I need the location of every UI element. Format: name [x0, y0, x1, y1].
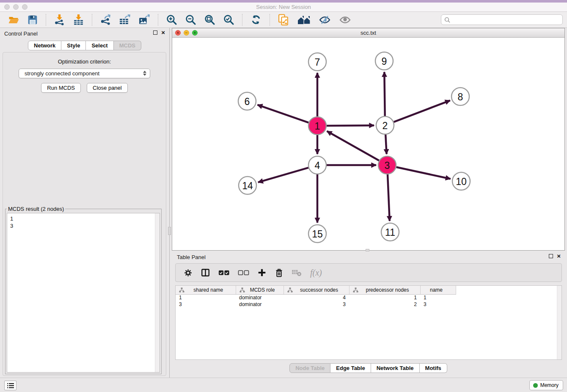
- control-panel-float-button[interactable]: [153, 30, 157, 35]
- split-panel-button[interactable]: [201, 268, 210, 277]
- control-panel-close-button[interactable]: ×: [161, 30, 165, 35]
- clone-network-button[interactable]: [276, 13, 291, 27]
- graph-edge-4-14[interactable]: [258, 168, 308, 182]
- column-header-mcds-role[interactable]: MCDS role: [236, 286, 284, 294]
- table-row[interactable]: 3 dominator 3 2 3: [176, 301, 456, 308]
- toolbar-separator: [92, 14, 92, 26]
- node-table-area: shared name MCDS role successor nodes pr…: [175, 285, 562, 360]
- graph-edge-3-10[interactable]: [396, 167, 451, 179]
- graph-edge-1-2[interactable]: [327, 125, 374, 126]
- tab-mcds[interactable]: MCDS: [114, 41, 141, 50]
- main-toolbar: [0, 12, 567, 28]
- mcds-result-scrollbar[interactable]: [155, 213, 160, 372]
- graph-node-label-7: 7: [315, 57, 320, 68]
- graph-edge-2-3[interactable]: [385, 135, 386, 154]
- delete-table-button[interactable]: [292, 269, 302, 276]
- tab-node-table[interactable]: Node Table: [289, 363, 330, 373]
- search-input[interactable]: [452, 17, 559, 23]
- network-minimize-button[interactable]: −: [184, 30, 189, 36]
- content-area: Control Panel × Network Style Select MCD…: [0, 28, 567, 378]
- cell-predecessor-nodes[interactable]: 2: [349, 301, 420, 308]
- zoom-fit-icon: [204, 14, 215, 25]
- function-builder-button[interactable]: f(x): [310, 268, 322, 278]
- network-window-titlebar[interactable]: × − + scc.txt: [172, 28, 564, 38]
- cell-name[interactable]: 1: [420, 294, 456, 301]
- cell-predecessor-nodes[interactable]: 1: [349, 294, 420, 301]
- tab-network-table[interactable]: Network Table: [371, 363, 420, 373]
- table-settings-button[interactable]: [184, 268, 193, 277]
- cell-name[interactable]: 3: [420, 301, 456, 308]
- list-icon: [7, 383, 14, 389]
- table-panel-float-button[interactable]: [549, 254, 553, 258]
- graph-node-label-11: 11: [385, 227, 395, 238]
- show-details-button[interactable]: [337, 14, 353, 26]
- optimization-criterion-select[interactable]: strongly connected component: [19, 69, 150, 78]
- zoom-fit-button[interactable]: [202, 13, 217, 26]
- search-icon: [444, 17, 450, 23]
- unchecked-checkboxes-icon: [238, 270, 249, 276]
- column-header-name[interactable]: name: [420, 286, 456, 294]
- tab-style[interactable]: Style: [61, 41, 86, 50]
- graph-edge-1-6[interactable]: [258, 105, 309, 123]
- vertical-splitter-handle[interactable]: [168, 227, 171, 235]
- mcds-result-fieldset: MCDS result (2 nodes) 1 3: [5, 206, 162, 374]
- memory-button[interactable]: Memory: [529, 380, 563, 390]
- open-file-button[interactable]: [6, 14, 21, 26]
- network-graph: 7968124314101511: [172, 38, 564, 250]
- zoom-selected-button[interactable]: [221, 13, 236, 26]
- network-close-button[interactable]: ×: [175, 30, 181, 36]
- cell-mcds-role[interactable]: dominator: [236, 301, 284, 308]
- tab-select[interactable]: Select: [86, 41, 113, 50]
- eye-icon: [339, 14, 352, 25]
- status-bar: Memory: [0, 378, 567, 392]
- graph-edge-2-8[interactable]: [394, 100, 450, 122]
- cell-mcds-role[interactable]: dominator: [236, 294, 284, 301]
- maximize-window-button[interactable]: [22, 4, 28, 10]
- hide-details-button[interactable]: [317, 14, 333, 26]
- refresh-button[interactable]: [248, 13, 264, 26]
- split-columns-icon: [201, 268, 210, 277]
- tab-network[interactable]: Network: [28, 41, 61, 50]
- mcds-result-box[interactable]: 1 3: [7, 213, 160, 373]
- graph-edge-3-1[interactable]: [327, 131, 379, 160]
- tab-motifs[interactable]: Motifs: [420, 363, 447, 373]
- cell-shared-name[interactable]: 3: [176, 301, 236, 308]
- column-header-predecessor-nodes[interactable]: predecessor nodes: [349, 286, 420, 294]
- network-window-title: scc.txt: [172, 28, 564, 37]
- graph-edge-3-11[interactable]: [388, 174, 390, 221]
- cell-shared-name[interactable]: 1: [176, 294, 236, 301]
- column-header-shared-name[interactable]: shared name: [176, 286, 236, 294]
- zoom-in-button[interactable]: [164, 13, 179, 26]
- table-scrollbar[interactable]: [557, 286, 561, 359]
- export-image-button[interactable]: [137, 13, 152, 26]
- open-folder-icon: [8, 14, 19, 25]
- cell-successor-nodes[interactable]: 3: [284, 301, 349, 308]
- export-table-button[interactable]: [117, 13, 132, 26]
- import-network-button[interactable]: [52, 13, 67, 26]
- export-network-button[interactable]: [98, 13, 113, 26]
- network-canvas[interactable]: 7968124314101511: [172, 38, 564, 250]
- table-row[interactable]: 1 dominator 4 1 1: [176, 294, 456, 301]
- network-window-buttons: × − +: [175, 30, 198, 36]
- add-column-button[interactable]: [257, 268, 267, 277]
- select-all-button[interactable]: [218, 270, 230, 276]
- zoom-out-button[interactable]: [183, 13, 198, 26]
- home-button[interactable]: [295, 14, 313, 26]
- run-mcds-button[interactable]: Run MCDS: [41, 83, 81, 93]
- tab-edge-table[interactable]: Edge Table: [330, 363, 371, 373]
- minimize-window-button[interactable]: [13, 4, 19, 10]
- graph-edge-2-9[interactable]: [384, 72, 385, 116]
- save-session-button[interactable]: [25, 14, 40, 26]
- close-window-button[interactable]: [4, 4, 10, 10]
- column-type-icon: [287, 287, 293, 293]
- column-header-successor-nodes[interactable]: successor nodes: [284, 286, 349, 294]
- network-maximize-button[interactable]: +: [192, 30, 198, 36]
- cell-successor-nodes[interactable]: 4: [284, 294, 349, 301]
- table-panel-close-button[interactable]: ×: [557, 254, 561, 258]
- task-history-button[interactable]: [4, 381, 17, 390]
- search-field[interactable]: [441, 14, 563, 25]
- import-table-button[interactable]: [71, 13, 86, 26]
- delete-column-button[interactable]: [275, 268, 284, 278]
- close-panel-button[interactable]: Close panel: [87, 83, 128, 93]
- deselect-all-button[interactable]: [238, 270, 249, 276]
